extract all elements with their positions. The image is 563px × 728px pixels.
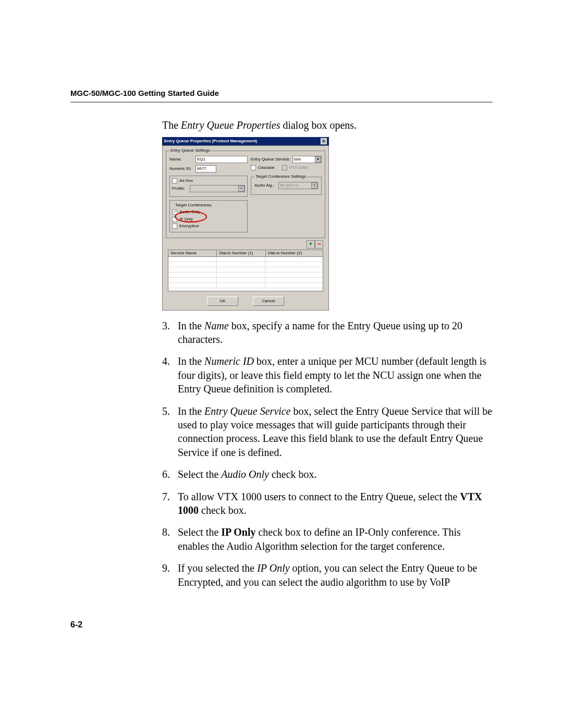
table-rows	[168, 257, 323, 290]
adhoc-checkbox[interactable]	[172, 178, 177, 183]
audio-alg-value: 56 (G711)	[280, 183, 299, 189]
close-icon[interactable]: ×	[321, 138, 327, 144]
add-button[interactable]: +	[307, 240, 315, 249]
vtx-label: VTX 1000	[289, 165, 308, 171]
dialog-screenshot: Entry Queue Properties (Product Manageme…	[162, 137, 329, 310]
step-9: 9. If you selected the IP Only option, y…	[162, 561, 493, 589]
target-conf-legend: Target Conferences	[174, 203, 213, 208]
adhoc-label: Ad Hoc	[179, 178, 193, 184]
step-5: 5. In the Entry Queue Service box, selec…	[162, 404, 493, 460]
audio-alg-label: Audio Alg.:	[254, 183, 276, 189]
cascade-label: Cascade	[258, 165, 275, 171]
ip-only-label: IP Only	[179, 217, 193, 223]
audio-only-checkbox[interactable]	[172, 209, 177, 215]
audio-only-label: Audio Only	[179, 209, 200, 215]
name-input[interactable]: EQ1	[195, 156, 248, 163]
step-num: 8.	[162, 525, 178, 553]
ip-only-checkbox-row[interactable]: IP Only	[172, 217, 245, 223]
dialin-table[interactable]: Service Name Dial-in Number (1) Dial-in …	[168, 250, 323, 291]
intro-post: dialog box opens.	[280, 119, 357, 131]
intro-pre: The	[162, 119, 181, 131]
content-area: The Entry Queue Properties dialog box op…	[162, 118, 493, 589]
cascade-checkbox-row[interactable]: Cascade	[251, 165, 275, 171]
audio-only-checkbox-row[interactable]: Audio Only	[172, 209, 245, 215]
eq-service-label: Entry Queue Service:	[251, 157, 290, 163]
intro-italic: Entry Queue Properties	[181, 119, 280, 131]
step-4: 4. In the Numeric ID box, enter a unique…	[162, 354, 493, 396]
step-7: 7. To allow VTX 1000 users to connect to…	[162, 490, 493, 517]
encryption-checkbox-row[interactable]: Encryption	[172, 224, 245, 229]
profile-select[interactable]: ▼	[190, 185, 245, 192]
eq-service-select[interactable]: bbb▼	[292, 156, 322, 163]
ok-button[interactable]: OK	[207, 297, 238, 306]
chevron-down-icon: ▼	[315, 156, 321, 163]
adhoc-checkbox-row[interactable]: Ad Hoc	[172, 178, 245, 184]
numeric-id-input[interactable]: 6677	[195, 165, 216, 172]
vtx-checkbox[interactable]	[282, 165, 287, 170]
numeric-id-label: Numeric ID:	[169, 166, 193, 172]
step-num: 6.	[162, 467, 178, 481]
encryption-label: Encryption	[179, 224, 199, 229]
step-8: 8. Select the IP Only check box to defin…	[162, 525, 493, 553]
page-header: MGC-50/MGC-100 Getting Started Guide	[70, 89, 493, 97]
intro-text: The Entry Queue Properties dialog box op…	[162, 118, 493, 132]
chevron-down-icon: ▼	[238, 186, 244, 192]
chevron-down-icon: ▼	[311, 182, 317, 189]
entry-queue-settings-group: Entry Queue Settings Name: EQ1 Numeric I…	[166, 148, 325, 238]
eq-settings-legend: Entry Queue Settings	[169, 148, 211, 154]
name-label: Name:	[169, 157, 193, 163]
page-number: 6-2	[70, 620, 82, 630]
col-service-name[interactable]: Service Name	[168, 250, 217, 257]
cancel-button[interactable]: Cancel	[253, 297, 284, 306]
col-dialin-1[interactable]: Dial-in Number (1)	[217, 250, 265, 257]
dialog-titlebar[interactable]: Entry Queue Properties (Product Manageme…	[162, 137, 329, 145]
step-6: 6. Select the Audio Only check box.	[162, 467, 493, 481]
encryption-checkbox[interactable]	[172, 224, 177, 229]
step-num: 7.	[162, 490, 178, 517]
col-dialin-2[interactable]: Dial-in Number (2)	[266, 250, 323, 257]
dialog-body: Entry Queue Settings Name: EQ1 Numeric I…	[162, 145, 329, 310]
step-num: 4.	[162, 354, 178, 396]
remove-button[interactable]: −	[315, 240, 323, 249]
vtx-checkbox-row[interactable]: VTX 1000	[282, 165, 308, 171]
target-conf-settings-legend: Target Conference Settings	[254, 174, 307, 180]
dialog-title: Entry Queue Properties (Product Manageme…	[164, 139, 257, 144]
ip-only-checkbox[interactable]	[172, 217, 177, 222]
audio-alg-select[interactable]: 56 (G711)▼	[278, 182, 318, 189]
step-num: 5.	[162, 404, 178, 460]
step-3: 3. In the Name box, specify a name for t…	[162, 319, 493, 347]
header-divider	[70, 102, 493, 103]
profile-label: Profile:	[172, 186, 188, 192]
step-num: 3.	[162, 319, 178, 347]
cascade-checkbox[interactable]	[251, 165, 256, 170]
table-toolbar: + −	[166, 240, 323, 249]
step-num: 9.	[162, 561, 178, 589]
eq-service-value: bbb	[294, 157, 301, 163]
